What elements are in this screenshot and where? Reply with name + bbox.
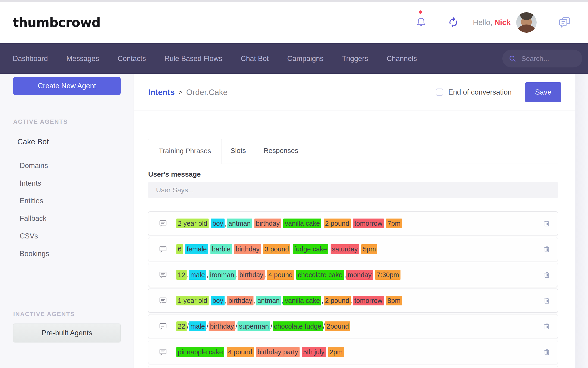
token-character[interactable]: antman bbox=[227, 219, 252, 228]
sidebar-item-entities[interactable]: Entities bbox=[0, 197, 134, 205]
save-button[interactable]: Save bbox=[525, 82, 561, 102]
token-gender[interactable]: female bbox=[185, 244, 208, 254]
avatar[interactable] bbox=[516, 12, 537, 33]
token-day[interactable]: saturday bbox=[331, 244, 359, 254]
sync-button[interactable] bbox=[448, 17, 459, 28]
token-age[interactable]: 2 year old bbox=[176, 219, 209, 228]
token-time[interactable]: 8pm bbox=[386, 296, 402, 305]
nav-item-contacts[interactable]: Contacts bbox=[118, 55, 146, 63]
token-day[interactable]: monday bbox=[346, 270, 373, 280]
phrase-segments: 1 year old boy,birthday,antman,vanilla c… bbox=[176, 295, 543, 306]
token-separator bbox=[224, 347, 227, 357]
token-cake[interactable]: vanilla cake bbox=[283, 296, 321, 305]
sidebar-item-bookings[interactable]: Bookings bbox=[0, 249, 134, 258]
token-separator bbox=[261, 244, 263, 254]
token-cake[interactable]: chocolate cake bbox=[296, 270, 344, 280]
header-actions: Hello, Nick bbox=[415, 12, 571, 33]
message-icon bbox=[159, 322, 167, 331]
nav-item-dashboard[interactable]: Dashboard bbox=[13, 55, 48, 63]
token-age[interactable]: 12 bbox=[176, 270, 187, 280]
greeting-text: Hello, Nick bbox=[473, 18, 511, 27]
token-day[interactable]: tomorrow bbox=[353, 296, 384, 305]
token-age[interactable]: 1 year old bbox=[176, 296, 209, 305]
nav-item-channels[interactable]: Channels bbox=[386, 55, 417, 63]
breadcrumb-intents-link[interactable]: Intents bbox=[148, 88, 175, 97]
token-gender[interactable]: male bbox=[189, 322, 206, 331]
sidebar-item-domains[interactable]: Domains bbox=[0, 162, 134, 170]
token-separator: , bbox=[344, 270, 346, 280]
create-new-agent-button[interactable]: Create New Agent bbox=[13, 77, 121, 95]
end-of-conversation-checkbox[interactable] bbox=[436, 89, 443, 96]
nav-item-rule-based-flows[interactable]: Rule Based Flows bbox=[164, 55, 222, 63]
token-character[interactable]: ironman bbox=[209, 270, 236, 280]
token-weight[interactable]: 4 pound bbox=[227, 347, 254, 357]
thumbcrowd-logo[interactable]: thumbcrowd bbox=[13, 15, 100, 30]
token-occasion[interactable]: birthday party bbox=[256, 347, 299, 357]
messages-button[interactable] bbox=[558, 16, 571, 29]
token-occasion[interactable]: birthday bbox=[238, 270, 265, 280]
sidebar-item-csvs[interactable]: CSVs bbox=[0, 232, 134, 240]
sidebar-item-fallback[interactable]: Fallback bbox=[0, 214, 134, 223]
token-gender[interactable]: male bbox=[189, 270, 206, 280]
trash-icon[interactable] bbox=[543, 220, 551, 227]
prebuilt-agents-button[interactable]: Pre-built Agents bbox=[13, 323, 121, 342]
token-separator: / bbox=[270, 322, 272, 331]
nav-item-triggers[interactable]: Triggers bbox=[342, 55, 368, 63]
trash-icon[interactable] bbox=[543, 297, 551, 304]
token-occasion[interactable]: birthday bbox=[227, 296, 254, 305]
tab-slots[interactable]: Slots bbox=[222, 138, 255, 164]
token-time[interactable]: 2pm bbox=[328, 347, 344, 357]
token-character[interactable]: barbie bbox=[211, 244, 232, 254]
trash-icon[interactable] bbox=[543, 322, 551, 330]
nav-search bbox=[502, 50, 582, 67]
token-time[interactable]: 7pm bbox=[386, 219, 402, 228]
notifications-button[interactable] bbox=[415, 17, 427, 28]
token-day[interactable]: 5th july bbox=[302, 347, 326, 357]
trash-icon[interactable] bbox=[543, 271, 551, 279]
token-occasion[interactable]: birthday bbox=[209, 322, 235, 331]
token-gender[interactable]: boy bbox=[211, 296, 225, 305]
sidebar-item-cake-bot[interactable]: Cake Bot bbox=[0, 138, 134, 146]
trash-icon[interactable] bbox=[543, 348, 551, 356]
token-separator: / bbox=[235, 322, 237, 331]
token-weight[interactable]: 4 pound bbox=[267, 270, 294, 280]
token-age[interactable]: 22 bbox=[176, 322, 187, 331]
token-character[interactable]: superman bbox=[237, 322, 270, 331]
tab-responses[interactable]: Responses bbox=[255, 138, 307, 164]
token-cake[interactable]: fudge cake bbox=[293, 244, 328, 254]
sidebar-item-intents[interactable]: Intents bbox=[0, 179, 134, 187]
token-cake[interactable]: pineapple cake bbox=[176, 347, 224, 357]
token-day[interactable]: tomorrow bbox=[353, 219, 384, 228]
tab-training-phrases[interactable]: Training Phrases bbox=[148, 138, 222, 164]
token-occasion[interactable]: birthday bbox=[255, 219, 281, 228]
user-says-input[interactable] bbox=[148, 182, 558, 198]
token-cake[interactable]: chocolate fudge bbox=[273, 322, 323, 331]
token-weight[interactable]: 3 pound bbox=[263, 244, 290, 254]
token-separator bbox=[254, 347, 256, 357]
token-separator: , bbox=[281, 296, 283, 305]
token-time[interactable]: 5pm bbox=[361, 244, 377, 254]
notification-dot bbox=[419, 10, 422, 14]
token-weight[interactable]: 2pound bbox=[325, 322, 350, 331]
active-agents-heading: ACTIVE AGENTS bbox=[0, 118, 134, 125]
token-gender[interactable]: boy bbox=[211, 219, 225, 228]
greeting-prefix: Hello, bbox=[473, 18, 492, 27]
message-icon bbox=[159, 296, 167, 305]
token-occasion[interactable]: birthday bbox=[234, 244, 261, 254]
search-input[interactable] bbox=[521, 55, 576, 63]
token-cake[interactable]: vanilla cake bbox=[283, 219, 321, 228]
nav-item-campaigns[interactable]: Campaigns bbox=[287, 55, 324, 63]
token-weight[interactable]: 2 pound bbox=[324, 219, 351, 228]
nav-item-chat-bot[interactable]: Chat Bot bbox=[241, 55, 269, 63]
token-age[interactable]: 6 bbox=[176, 244, 183, 254]
nav-item-messages[interactable]: Messages bbox=[66, 55, 99, 63]
scrollbar-track[interactable] bbox=[575, 74, 588, 368]
token-weight[interactable]: 2 pound bbox=[324, 296, 351, 305]
token-character[interactable]: antman bbox=[256, 296, 281, 305]
phrase-segments: 2 year old boy,antman birthday vanilla c… bbox=[176, 218, 543, 229]
token-separator bbox=[183, 244, 185, 254]
token-time[interactable]: 7:30pm bbox=[375, 270, 401, 280]
trash-icon[interactable] bbox=[543, 245, 551, 253]
training-phrases-list: 2 year old boy,antman birthday vanilla c… bbox=[148, 211, 558, 368]
bell-icon bbox=[415, 17, 427, 28]
